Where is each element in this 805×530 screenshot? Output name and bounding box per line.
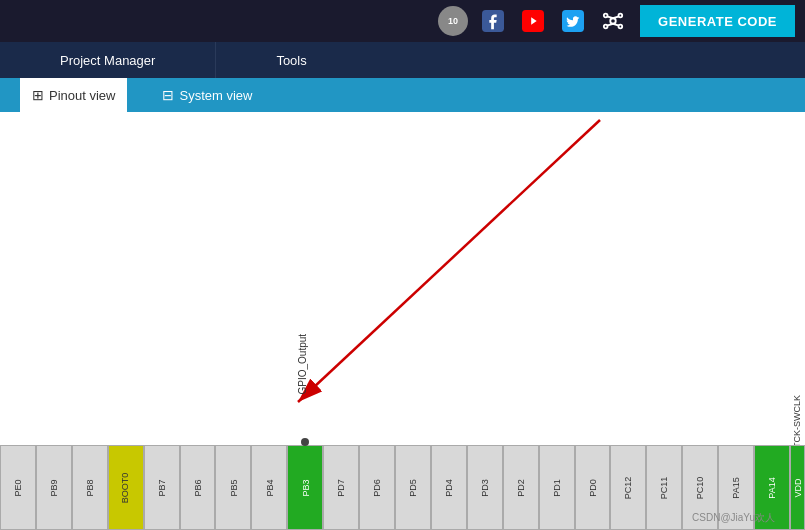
pin-cell-pd3[interactable]: PD3	[467, 445, 503, 530]
pin-cell-pc11[interactable]: PC11	[646, 445, 682, 530]
svg-line-12	[613, 24, 619, 26]
pin-label-pd6: PD6	[372, 479, 382, 497]
badge-icon: 10	[438, 6, 468, 36]
pinout-icon: ⊞	[32, 87, 44, 103]
pin-label-pb7: PB7	[157, 479, 167, 496]
social-icons: 10	[438, 6, 628, 36]
pin-cell-pd1[interactable]: PD1	[539, 445, 575, 530]
svg-line-11	[607, 24, 613, 26]
pin-cell-pb7[interactable]: PB7	[144, 445, 180, 530]
twitter-icon[interactable]	[558, 6, 588, 36]
nav-bar: Project Manager Tools	[0, 42, 805, 78]
pin-label-pd7: PD7	[336, 479, 346, 497]
youtube-icon[interactable]	[518, 6, 548, 36]
pin-cell-boot0[interactable]: BOOT0	[108, 445, 144, 530]
pin-cell-pb9[interactable]: PB9	[36, 445, 72, 530]
system-icon: ⊟	[162, 87, 174, 103]
svg-line-14	[298, 120, 600, 402]
pin-cell-pd2[interactable]: PD2	[503, 445, 539, 530]
pin-label-pd5: PD5	[408, 479, 418, 497]
pin-cell-pd7[interactable]: PD7	[323, 445, 359, 530]
svg-line-9	[607, 16, 613, 18]
pin-label-pa14: PA14	[767, 477, 777, 498]
gpio-output-label: GPIO_Output	[297, 334, 308, 395]
pin-label-pd4: PD4	[444, 479, 454, 497]
pin-cell-pe0[interactable]: PE0	[0, 445, 36, 530]
facebook-icon[interactable]	[478, 6, 508, 36]
pin-label-pb3: PB3	[300, 479, 310, 496]
pin-cell-pb5[interactable]: PB5	[215, 445, 251, 530]
pin-label-pb4: PB4	[264, 479, 274, 496]
pin-connector-pb3	[301, 438, 309, 446]
pin-label-pb5: PB5	[228, 479, 238, 496]
top-bar: 10 GENERATE CODE	[0, 0, 805, 42]
pin-cell-pb4[interactable]: PB4	[251, 445, 287, 530]
pin-label-pc11: PC11	[659, 476, 669, 499]
pin-label-pd1: PD1	[552, 479, 562, 497]
pin-strip: PE0PB9PB8BOOT0PB7PB6PB5PB4PB3PD7PD6PD5PD…	[0, 445, 805, 530]
pin-cell-pc12[interactable]: PC12	[610, 445, 646, 530]
pin-label-pd3: PD3	[480, 479, 490, 497]
pin-cell-pb8[interactable]: PB8	[72, 445, 108, 530]
pin-cell-pd4[interactable]: PD4	[431, 445, 467, 530]
watermark: CSDN@JiaYu欢人	[692, 511, 775, 525]
pin-label-pc10: PC10	[695, 476, 705, 499]
pin-cell-pb6[interactable]: PB6	[180, 445, 216, 530]
pin-cell-pd6[interactable]: PD6	[359, 445, 395, 530]
nav-tools[interactable]: Tools	[216, 42, 366, 78]
pin-cell-pb3[interactable]: PB3	[287, 445, 323, 530]
svg-point-4	[610, 18, 616, 24]
pin-cell-pd5[interactable]: PD5	[395, 445, 431, 530]
tab-pinout-view[interactable]: ⊞ Pinout view	[20, 78, 127, 112]
tab-bar: ⊞ Pinout view ⊟ System view	[0, 78, 805, 112]
main-content: GPIO_Output SYS_JTCK-SWCLK PE0PB9PB8BOOT…	[0, 112, 805, 530]
pin-label-pd0: PD0	[587, 479, 597, 497]
pin-label-boot0: BOOT0	[121, 472, 131, 503]
pin-label-pd2: PD2	[516, 479, 526, 497]
svg-line-10	[613, 16, 619, 18]
pin-label-pb6: PB6	[192, 479, 202, 496]
generate-code-button[interactable]: GENERATE CODE	[640, 5, 795, 37]
tab-pinout-label: Pinout view	[49, 88, 115, 103]
nav-project-manager[interactable]: Project Manager	[0, 42, 216, 78]
tab-system-label: System view	[179, 88, 252, 103]
network-icon[interactable]	[598, 6, 628, 36]
pin-label-pb8: PB8	[85, 479, 95, 496]
pin-cell-vdd-partial: VDD	[790, 445, 805, 530]
pin-label-pc12: PC12	[623, 476, 633, 499]
pin-cell-pd0[interactable]: PD0	[575, 445, 611, 530]
pin-label-pe0: PE0	[13, 479, 23, 496]
tab-system-view[interactable]: ⊟ System view	[157, 78, 257, 112]
pin-label-pa15: PA15	[731, 477, 741, 498]
pin-label-pb9: PB9	[49, 479, 59, 496]
